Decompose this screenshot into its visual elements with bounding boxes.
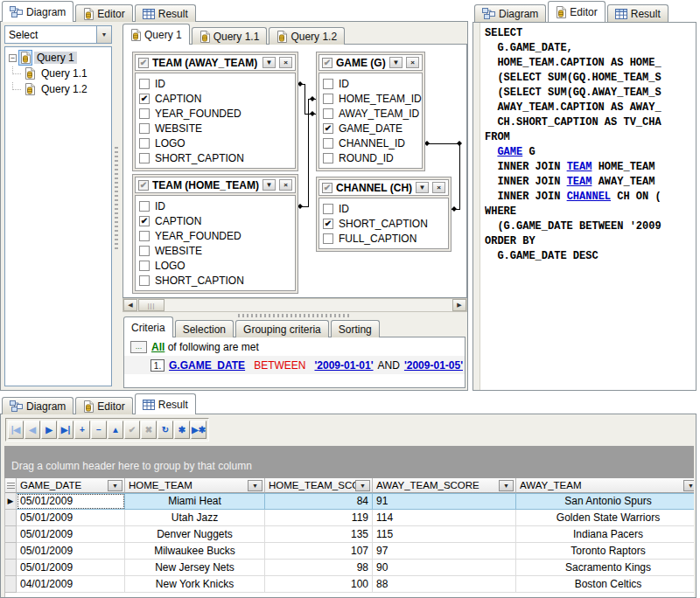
table-header[interactable]: ✔CHANNEL (CH)▼× bbox=[318, 179, 449, 196]
grid-cell[interactable]: 98 bbox=[265, 560, 373, 576]
cancel-edit-button[interactable]: ✖ bbox=[141, 421, 157, 439]
tab-editor[interactable]: Editor bbox=[548, 1, 605, 22]
field-checkbox[interactable] bbox=[323, 108, 333, 119]
field-row-short-caption[interactable]: ✔SHORT_CAPTION bbox=[319, 216, 448, 231]
grid-cell[interactable]: 135 bbox=[265, 526, 373, 543]
table-dropdown-icon[interactable]: ▼ bbox=[416, 182, 429, 193]
diagram-canvas[interactable]: ✔TEAM (AWAY_TEAM)▼×ID✔CAPTIONYEAR_FOUNDE… bbox=[122, 44, 467, 298]
grid-cell[interactable]: Miami Heat bbox=[125, 493, 265, 510]
query-tab-query-1[interactable]: Query 1 bbox=[122, 24, 190, 45]
criteria-tab-grouping-criteria[interactable]: Grouping criteria bbox=[235, 320, 329, 337]
table-dropdown-icon[interactable]: ▼ bbox=[389, 57, 402, 68]
query-tab-query-1-2[interactable]: Query 1.2 bbox=[269, 27, 345, 45]
scroll-right-icon[interactable]: ▶ bbox=[452, 299, 466, 311]
field-checkbox[interactable] bbox=[323, 94, 333, 104]
tab-result[interactable]: Result bbox=[607, 4, 668, 22]
field-checkbox[interactable] bbox=[323, 138, 333, 149]
field-row-home-team-id[interactable]: HOME_TEAM_ID bbox=[319, 91, 422, 106]
filter-dropdown-icon[interactable]: ▼ bbox=[108, 480, 122, 491]
table-select-checkbox[interactable]: ✔ bbox=[322, 58, 332, 68]
table-select-checkbox[interactable]: ✔ bbox=[138, 58, 149, 68]
field-checkbox[interactable] bbox=[139, 123, 150, 134]
field-checkbox[interactable] bbox=[139, 79, 150, 89]
criteria-tab-criteria[interactable]: Criteria bbox=[123, 316, 173, 337]
insert-record-button[interactable]: + bbox=[74, 421, 90, 439]
grid-cell[interactable]: 05/01/2009 bbox=[17, 543, 125, 560]
field-checkbox[interactable]: ✔ bbox=[139, 216, 150, 226]
column-header-away-team[interactable]: AWAY_TEAM▼ bbox=[516, 478, 694, 493]
field-checkbox[interactable] bbox=[139, 231, 150, 241]
select-statement-combo[interactable]: Select ▼ bbox=[4, 25, 112, 44]
table-header[interactable]: ✔GAME (G)▼× bbox=[318, 54, 423, 71]
table-close-icon[interactable]: × bbox=[432, 182, 445, 193]
grid-cell[interactable]: Boston Celtics bbox=[516, 576, 694, 593]
grid-cell[interactable]: 90 bbox=[373, 560, 516, 576]
grid-cell[interactable]: 05/01/2009 bbox=[17, 510, 125, 526]
refresh-button[interactable]: ↻ bbox=[158, 421, 173, 439]
sql-table-link[interactable]: CHANNEL bbox=[567, 191, 611, 203]
tree-item-query-1-1[interactable]: Query 1.1 bbox=[5, 66, 111, 81]
fetch-next-button[interactable]: ▶✱ bbox=[191, 421, 206, 439]
field-checkbox[interactable] bbox=[323, 233, 333, 244]
field-row-logo[interactable]: LOGO bbox=[136, 136, 295, 150]
condition-link[interactable]: '2009-01-05' bbox=[404, 359, 463, 372]
field-checkbox[interactable] bbox=[139, 261, 150, 271]
field-row-year-founded[interactable]: YEAR_FOUNDED bbox=[136, 228, 295, 243]
filter-dropdown-icon[interactable]: ▼ bbox=[499, 480, 514, 491]
condition-number-button[interactable]: 1. bbox=[150, 359, 164, 372]
table-header[interactable]: ✔TEAM (AWAY_TEAM)▼× bbox=[135, 54, 296, 71]
grid-cell[interactable]: San Antonio Spurs bbox=[516, 493, 694, 510]
condition-link[interactable]: G.GAME_DATE bbox=[169, 359, 245, 372]
table-select-checkbox[interactable]: ✔ bbox=[322, 183, 332, 193]
field-row-round-id[interactable]: ROUND_ID bbox=[319, 150, 422, 165]
field-checkbox[interactable] bbox=[323, 153, 333, 163]
table-close-icon[interactable]: × bbox=[279, 179, 292, 191]
filter-dropdown-icon[interactable]: ▼ bbox=[248, 480, 262, 491]
filter-dropdown-icon[interactable]: ▼ bbox=[683, 480, 694, 491]
grid-cell[interactable]: 107 bbox=[265, 543, 373, 560]
tab-diagram[interactable]: Diagram bbox=[2, 1, 74, 22]
grid-cell[interactable]: 05/01/2009 bbox=[17, 526, 125, 543]
table-close-icon[interactable]: × bbox=[406, 57, 419, 68]
tab-diagram[interactable]: Diagram bbox=[2, 397, 74, 414]
grid-cell[interactable]: 88 bbox=[373, 576, 516, 593]
tab-diagram[interactable]: Diagram bbox=[474, 4, 546, 22]
field-row-logo[interactable]: LOGO bbox=[136, 258, 295, 273]
field-row-website[interactable]: WEBSITE bbox=[136, 243, 295, 258]
grid-cell[interactable]: 05/01/2009 bbox=[17, 560, 125, 576]
row-indicator[interactable] bbox=[5, 576, 17, 593]
column-header-away-team-score[interactable]: AWAY_TEAM_SCORE▼ bbox=[373, 478, 516, 493]
group-by-bar[interactable]: Drag a column header here to group by th… bbox=[4, 446, 694, 478]
grid-cell[interactable]: Denver Nuggets bbox=[125, 526, 265, 543]
field-row-short-caption[interactable]: SHORT_CAPTION bbox=[136, 273, 295, 288]
table-select-checkbox[interactable]: ✔ bbox=[138, 180, 149, 191]
sql-editor[interactable]: SELECT G.GAME_DATE, HOME_TEAM.CAPTION AS… bbox=[472, 22, 696, 391]
criteria-options-button[interactable]: ... bbox=[130, 341, 147, 353]
edit-record-button[interactable]: ▲ bbox=[108, 421, 123, 439]
field-checkbox[interactable] bbox=[139, 275, 150, 286]
tab-result[interactable]: Result bbox=[135, 4, 196, 22]
next-record-button[interactable]: ▶ bbox=[41, 421, 57, 439]
grid-cell[interactable]: New York Knicks bbox=[125, 576, 265, 593]
field-checkbox[interactable] bbox=[139, 153, 150, 163]
field-checkbox[interactable]: ✔ bbox=[139, 94, 150, 104]
chevron-down-icon[interactable]: ▼ bbox=[96, 26, 111, 43]
grid-cell[interactable]: 119 bbox=[265, 510, 373, 526]
criteria-tab-sorting[interactable]: Sorting bbox=[331, 320, 380, 337]
grid-cell[interactable]: 91 bbox=[373, 493, 516, 510]
first-record-button[interactable]: |◀ bbox=[8, 421, 24, 439]
field-row-away-team-id[interactable]: AWAY_TEAM_ID bbox=[319, 106, 422, 121]
grid-cell[interactable]: 114 bbox=[373, 510, 516, 526]
column-header-home-team-score[interactable]: HOME_TEAM_SCORE▼ bbox=[265, 478, 373, 493]
grid-cell[interactable]: Sacramento Kings bbox=[516, 560, 694, 576]
sql-table-link[interactable]: TEAM bbox=[567, 161, 592, 173]
field-row-caption[interactable]: ✔CAPTION bbox=[136, 91, 295, 106]
field-row-full-caption[interactable]: FULL_CAPTION bbox=[319, 231, 448, 246]
table-dropdown-icon[interactable]: ▼ bbox=[262, 57, 276, 68]
tab-editor[interactable]: Editor bbox=[75, 397, 132, 414]
post-edit-button[interactable]: ✔ bbox=[124, 421, 140, 439]
tree-item-query-1-2[interactable]: Query 1.2 bbox=[5, 81, 111, 97]
scroll-left-icon[interactable]: ◀ bbox=[123, 299, 137, 311]
grid-cell[interactable]: 04/01/2009 bbox=[17, 576, 125, 593]
vertical-splitter[interactable] bbox=[115, 144, 118, 249]
